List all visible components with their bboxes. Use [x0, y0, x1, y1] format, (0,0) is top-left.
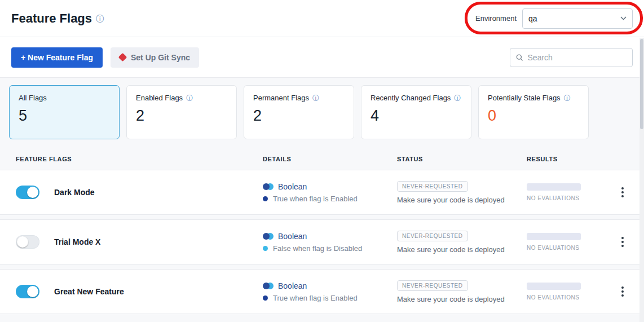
scrollbar-thumb[interactable] — [640, 39, 643, 129]
toggle-knob — [27, 286, 38, 297]
value-dot-icon — [263, 295, 268, 301]
results-bar — [527, 233, 581, 240]
stat-label: Potentially Stale Flags — [488, 94, 561, 102]
results-bar — [527, 183, 581, 191]
row-menu-button[interactable] — [618, 233, 627, 250]
column-header-results: RESULTS — [527, 156, 618, 162]
results-text: NO EVALUATIONS — [527, 195, 618, 201]
stat-label: Permanent Flags — [253, 94, 309, 102]
status-text: Make sure your code is deployed — [397, 295, 527, 303]
stat-card-all-flags[interactable]: All Flags 5 — [9, 85, 120, 139]
page-title-text: Feature Flags — [11, 11, 92, 26]
main-content: All Flags 5 Enabled Flags 2 Permanent Fl… — [0, 78, 644, 322]
toggle-knob — [27, 187, 38, 198]
flag-toggle[interactable] — [16, 186, 39, 199]
toolbar: + New Feature Flag Set Up Git Sync — [0, 37, 644, 78]
flag-name[interactable]: Trial Mode X — [54, 237, 100, 246]
flag-name[interactable]: Dark Mode — [54, 188, 95, 197]
boolean-type-icon — [263, 283, 274, 289]
flags-table: FEATURE FLAGS DETAILS STATUS RESULTS Dar… — [0, 148, 644, 314]
table-row: Great New Feature Boolean True when flag… — [0, 269, 644, 314]
flag-value-text: True when flag is Enabled — [273, 294, 358, 302]
stat-value: 2 — [253, 107, 345, 125]
new-feature-flag-button[interactable]: + New Feature Flag — [11, 47, 103, 68]
value-dot-icon — [263, 196, 268, 201]
environment-dropdown[interactable]: qa — [522, 8, 633, 29]
status-badge: NEVER-REQUESTED — [397, 181, 468, 192]
column-header-status: STATUS — [397, 156, 527, 162]
environment-value: qa — [528, 14, 537, 23]
status-badge: NEVER-REQUESTED — [397, 231, 468, 241]
table-row: Trial Mode X Boolean False when flag is … — [0, 219, 644, 264]
status-text: Make sure your code is deployed — [397, 245, 527, 254]
environment-label: Environment — [475, 14, 517, 23]
row-menu-button[interactable] — [618, 184, 627, 201]
value-dot-icon — [263, 246, 268, 251]
stat-value: 4 — [370, 107, 462, 125]
git-sync-label: Set Up Git Sync — [131, 53, 190, 62]
column-header-details: DETAILS — [263, 156, 397, 162]
header: Feature Flags Environment qa — [0, 0, 644, 37]
stat-value: 5 — [19, 107, 110, 125]
search-box[interactable] — [510, 48, 633, 67]
stat-label: Enabled Flags — [136, 94, 183, 102]
search-icon — [516, 54, 523, 61]
stat-value: 0 — [488, 107, 579, 125]
stat-label: All Flags — [19, 94, 47, 102]
column-header-feature-flags: FEATURE FLAGS — [11, 156, 263, 162]
stat-label: Recently Changed Flags — [370, 94, 451, 102]
boolean-type-icon — [263, 233, 274, 240]
status-badge: NEVER-REQUESTED — [397, 280, 468, 291]
table-header: FEATURE FLAGS DETAILS STATUS RESULTS — [0, 148, 644, 170]
stat-card-recently-changed-flags[interactable]: Recently Changed Flags 4 — [361, 85, 471, 139]
stats-cards: All Flags 5 Enabled Flags 2 Permanent Fl… — [0, 85, 644, 139]
flag-toggle[interactable] — [16, 285, 39, 298]
flag-type: Boolean — [278, 232, 307, 241]
results-text: NO EVALUATIONS — [527, 245, 618, 251]
toggle-knob — [17, 236, 28, 248]
search-input[interactable] — [528, 53, 627, 62]
environment-selector: Environment qa — [475, 8, 633, 29]
vertical-scrollbar[interactable] — [639, 38, 644, 322]
flag-toggle[interactable] — [16, 235, 39, 249]
info-icon[interactable] — [564, 95, 571, 102]
status-text: Make sure your code is deployed — [397, 196, 527, 204]
stat-card-enabled-flags[interactable]: Enabled Flags 2 — [126, 85, 237, 139]
info-icon[interactable] — [454, 95, 461, 102]
flag-type: Boolean — [278, 281, 307, 290]
setup-git-sync-button[interactable]: Set Up Git Sync — [111, 47, 199, 68]
flag-name[interactable]: Great New Feature — [54, 287, 124, 296]
page-title: Feature Flags — [11, 11, 104, 26]
flag-value-text: False when flag is Disabled — [273, 244, 362, 253]
table-row: Dark Mode Boolean True when flag is Enab… — [0, 170, 644, 215]
boolean-type-icon — [263, 183, 274, 190]
chevron-down-icon — [620, 16, 627, 20]
git-icon — [118, 53, 127, 62]
row-menu-button[interactable] — [618, 283, 627, 300]
stat-value: 2 — [136, 107, 227, 125]
results-bar — [527, 283, 581, 290]
info-icon[interactable] — [96, 15, 104, 23]
flag-value-text: True when flag is Enabled — [273, 195, 358, 203]
stat-card-potentially-stale-flags[interactable]: Potentially Stale Flags 0 — [478, 85, 589, 139]
results-text: NO EVALUATIONS — [527, 294, 618, 301]
stat-card-permanent-flags[interactable]: Permanent Flags 2 — [244, 85, 354, 139]
info-icon[interactable] — [312, 95, 319, 102]
info-icon[interactable] — [186, 95, 193, 102]
flag-type: Boolean — [278, 182, 307, 191]
